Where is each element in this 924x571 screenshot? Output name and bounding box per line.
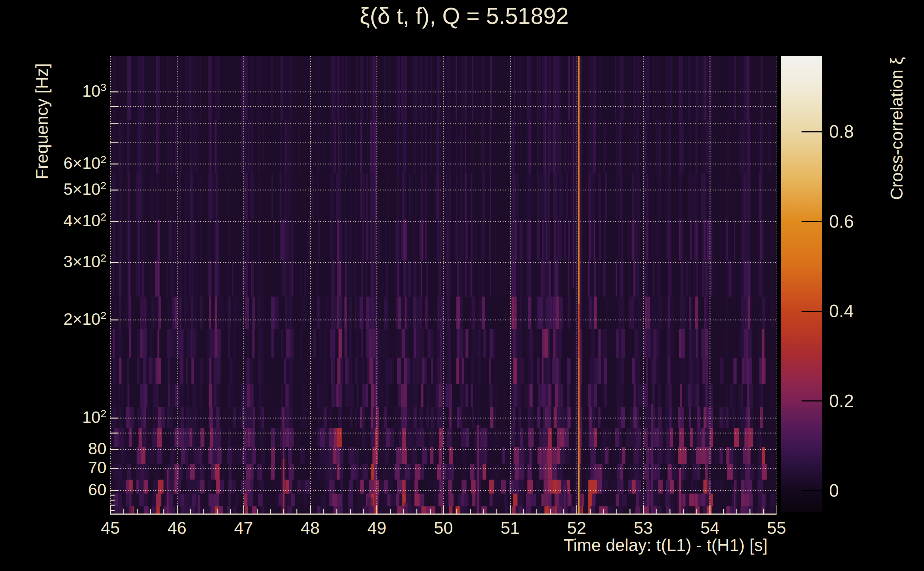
y-tick-exponent: 2	[100, 179, 107, 191]
colorbar-tick-mark	[802, 131, 822, 133]
y-tick-label: 103	[82, 81, 107, 101]
colorbar-tick-mark	[802, 221, 822, 222]
colorbar-tick-mark	[802, 311, 822, 312]
x-tick-label: 49	[348, 518, 405, 538]
x-tick-label: 53	[615, 518, 672, 538]
colorbar-tick-label: 0	[829, 481, 839, 501]
y-tick-label: 60	[88, 480, 107, 500]
y-tick-label: 5×102	[63, 179, 107, 199]
x-tick-label: 54	[681, 518, 739, 538]
x-tick-label: 47	[215, 518, 272, 538]
colorbar-tick-mark	[802, 400, 822, 401]
x-tick-label: 52	[548, 518, 605, 538]
page-title: ξ(δ t, f), Q = 5.51892	[0, 3, 924, 29]
colorbar-tick-label: 0.2	[829, 391, 854, 411]
y-axis-label: Frequency [Hz]	[34, 0, 51, 246]
x-tick-label: 46	[148, 518, 206, 538]
y-tick-exponent: 2	[100, 309, 107, 321]
colorbar-gradient	[781, 56, 822, 512]
x-tick-label: 50	[415, 518, 472, 538]
y-tick-label: 3×102	[63, 252, 107, 272]
y-tick-exponent: 3	[100, 81, 107, 93]
x-axis-label: Time delay: t(L1) - t(H1) [s]	[523, 536, 808, 555]
y-tick-label: 6×102	[63, 153, 107, 173]
y-tick-label: 80	[88, 438, 107, 458]
colorbar-tick-label: 0.4	[829, 301, 854, 321]
y-tick-exponent: 2	[100, 252, 107, 263]
x-tick-label: 55	[748, 518, 805, 538]
x-tick-label: 48	[282, 518, 339, 538]
colorbar-tick-label: 0.6	[829, 211, 854, 231]
x-tick-label: 45	[82, 518, 139, 538]
y-tick-exponent: 2	[100, 153, 107, 165]
y-tick-exponent: 2	[100, 407, 107, 419]
y-tick-exponent: 2	[100, 211, 107, 223]
heatmap-canvas	[110, 56, 777, 515]
colorbar-tick-label: 0.8	[829, 122, 854, 142]
x-tick-label: 51	[482, 518, 539, 538]
y-tick-label: 102	[82, 407, 107, 427]
y-tick-label: 4×102	[63, 211, 107, 230]
colorbar-axis-label: Cross-correlation ξ	[888, 3, 905, 253]
y-tick-label: 70	[88, 457, 107, 477]
y-tick-label: 2×102	[63, 309, 107, 329]
colorbar-tick-mark	[802, 490, 822, 491]
